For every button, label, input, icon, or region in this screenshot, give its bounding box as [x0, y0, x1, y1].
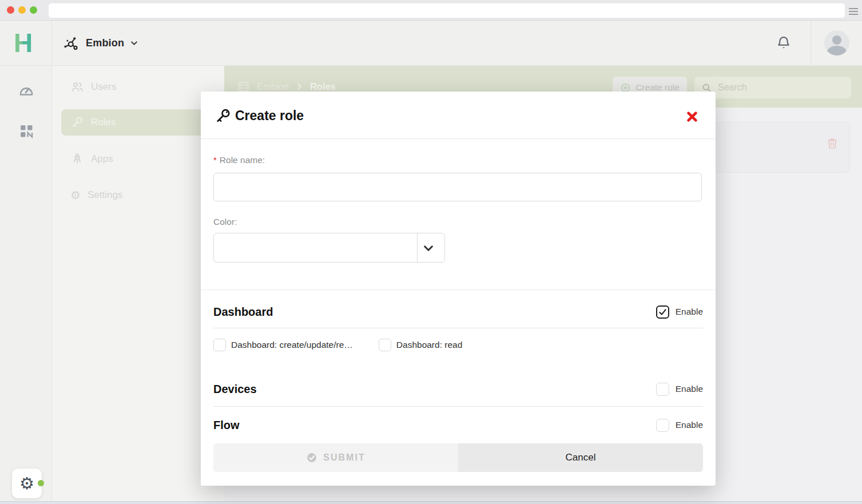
section-separator [201, 289, 716, 290]
modal-title: Create role [235, 108, 304, 124]
enable-label: Enable [676, 307, 703, 317]
enable-checkbox-flow[interactable] [656, 419, 669, 432]
permission-checkbox-dashboard-read[interactable] [379, 339, 391, 351]
section-dashboard: Dashboard Enable [213, 302, 703, 322]
submit-button[interactable]: SUBMIT [213, 443, 458, 472]
users-icon [70, 80, 84, 94]
select-divider [417, 233, 418, 262]
enable-label: Enable [676, 420, 703, 430]
search-input[interactable] [718, 82, 838, 93]
bottom-edge [0, 501, 862, 504]
cancel-button-label: Cancel [566, 452, 596, 463]
window-zoom-button[interactable] [30, 6, 37, 14]
breadcrumb-parent[interactable]: Embion [257, 81, 289, 92]
workspace-name: Embion [86, 37, 124, 49]
enable-checkbox-devices[interactable] [656, 383, 669, 396]
gear-icon: ⚙ [19, 474, 34, 493]
section-title: Devices [213, 383, 257, 396]
permission-checkbox-dashboard-cru[interactable] [213, 339, 226, 351]
apps-grid-icon[interactable] [0, 123, 52, 139]
sidebar-item-label: Apps [91, 153, 113, 165]
chevron-right-icon [296, 83, 303, 90]
submit-button-label: SUBMIT [323, 453, 365, 463]
sidebar-item-apps[interactable]: Apps [61, 146, 216, 172]
trash-icon[interactable] [825, 136, 839, 150]
gear-icon: ⚙ [70, 189, 81, 201]
key-icon [214, 108, 232, 125]
permission-label: Dashboard: create/update/re… [231, 340, 353, 350]
sidebar-item-users[interactable]: Users [61, 74, 216, 100]
role-name-label: *Role name: [213, 155, 265, 165]
avatar[interactable] [824, 30, 849, 55]
chevron-down-icon [130, 39, 138, 47]
section-flow: Flow Enable [213, 415, 703, 435]
cancel-button[interactable]: Cancel [458, 443, 703, 472]
browser-menu-icon[interactable] [849, 8, 858, 17]
modal-footer: SUBMIT Cancel [201, 433, 716, 486]
search-box[interactable] [694, 77, 851, 98]
color-label: Color: [213, 217, 237, 227]
sidebar-item-label: Roles [91, 117, 116, 128]
address-bar[interactable] [49, 3, 845, 18]
required-marker: * [213, 155, 217, 165]
section-title: Flow [213, 419, 240, 432]
enable-label: Enable [676, 384, 703, 394]
network-hub-icon [63, 35, 80, 52]
role-name-input[interactable] [213, 173, 702, 201]
chevron-down-icon[interactable] [422, 242, 435, 255]
breadcrumb-current: Roles [310, 81, 336, 92]
window-minimize-button[interactable] [18, 6, 26, 14]
workspace-switcher[interactable]: Embion [63, 21, 138, 66]
permission-row: Dashboard: create/update/re… Dashboard: … [213, 339, 483, 351]
key-icon [70, 116, 84, 129]
section-underline [213, 406, 703, 407]
notifications-bell-icon[interactable] [776, 35, 792, 51]
dashboard-gauge-icon[interactable] [0, 82, 52, 99]
status-dot [38, 480, 44, 486]
sidebar-item-settings[interactable]: ⚙ Settings [61, 182, 216, 208]
create-role-modal: Create role *Role name: Color: Dashboard [201, 92, 716, 486]
sidebar-item-label: Users [91, 81, 116, 93]
close-icon[interactable] [684, 109, 700, 125]
window-close-button[interactable] [7, 6, 14, 14]
modal-header-divider [201, 138, 716, 139]
color-select[interactable] [213, 233, 445, 263]
enable-checkbox-dashboard[interactable] [656, 305, 669, 319]
rocket-icon [70, 152, 84, 166]
section-underline [213, 328, 703, 328]
browser-chrome [0, 0, 862, 21]
section-devices: Devices Enable [213, 379, 703, 399]
check-circle-icon [306, 452, 317, 463]
section-title: Dashboard [213, 305, 273, 319]
sidebar-item-roles[interactable]: Roles [61, 109, 216, 136]
sidebar-item-label: Settings [88, 189, 122, 201]
permission-label: Dashboard: read [396, 340, 462, 350]
app-logo[interactable]: H [14, 29, 33, 57]
